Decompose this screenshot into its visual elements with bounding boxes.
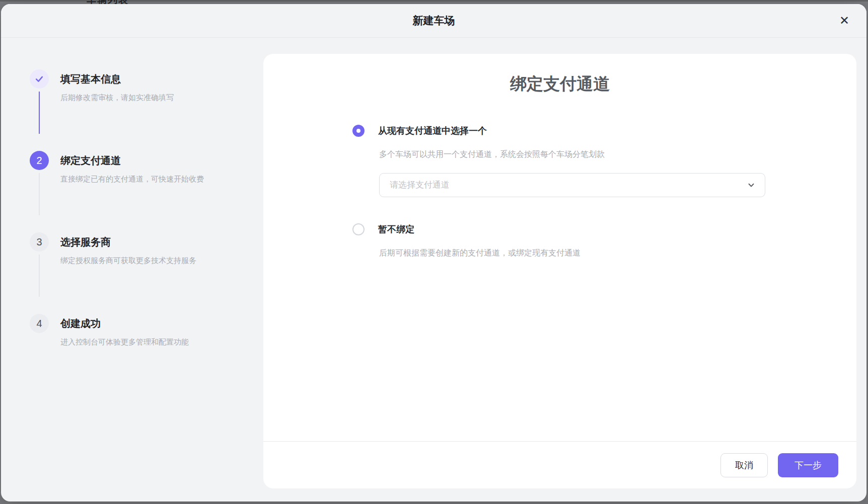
option-label[interactable]: 暂不绑定 — [378, 223, 414, 235]
step-subtitle: 进入控制台可体验更多管理和配置功能 — [60, 337, 189, 347]
step-title: 创建成功 — [60, 316, 189, 330]
step-connector — [39, 173, 40, 215]
step-subtitle: 直接绑定已有的支付通道，可快速开始收费 — [60, 174, 204, 184]
option-description: 多个车场可以共用一个支付通道，系统会按照每个车场分笔划款 — [379, 149, 856, 160]
step-connector — [39, 255, 40, 297]
option-no-bind-row[interactable]: 暂不绑定 — [352, 223, 856, 235]
step-bind-payment: 2 绑定支付通道 直接绑定已有的支付通道，可快速开始收费 — [30, 151, 246, 184]
payment-channel-select-input[interactable] — [380, 180, 747, 190]
step-subtitle: 绑定授权服务商可获取更多技术支持服务 — [60, 256, 196, 266]
bind-payment-panel: 绑定支付通道 从现有支付通道中选择一个 多个车场可以共用一个支付通道，系统会按照… — [263, 54, 856, 488]
payment-channel-select[interactable] — [379, 173, 765, 197]
step-connector — [39, 92, 40, 134]
new-parking-lot-dialog: 新建车场 ✕ 填写基本信息 后期修改需审核，请如实准确填写 2 绑定支付通道 — [1, 4, 866, 501]
dialog-footer: 取消 下一步 — [263, 441, 856, 488]
step-done-icon — [30, 69, 49, 89]
close-button[interactable]: ✕ — [835, 12, 853, 30]
payment-option-group: 从现有支付通道中选择一个 多个车场可以共用一个支付通道，系统会按照每个车场分笔划… — [352, 125, 856, 259]
step-title: 选择服务商 — [60, 235, 196, 249]
radio-no-bind[interactable] — [352, 223, 365, 235]
option-existing-channel-row[interactable]: 从现有支付通道中选择一个 — [352, 125, 856, 137]
wizard-stepper: 填写基本信息 后期修改需审核，请如实准确填写 2 绑定支付通道 直接绑定已有的支… — [30, 69, 246, 347]
step-number-badge: 4 — [30, 314, 49, 333]
step-number-badge: 2 — [30, 151, 49, 170]
close-icon: ✕ — [839, 14, 849, 27]
step-title: 填写基本信息 — [60, 72, 174, 86]
dialog-header: 新建车场 ✕ — [1, 4, 866, 38]
option-existing-channel: 从现有支付通道中选择一个 多个车场可以共用一个支付通道，系统会按照每个车场分笔划… — [352, 125, 856, 197]
dialog-title: 新建车场 — [413, 14, 455, 28]
step-subtitle: 后期修改需审核，请如实准确填写 — [60, 93, 174, 103]
chevron-down-icon — [747, 181, 756, 190]
panel-title: 绑定支付通道 — [263, 73, 856, 96]
step-created-success: 4 创建成功 进入控制台可体验更多管理和配置功能 — [30, 314, 246, 347]
option-label[interactable]: 从现有支付通道中选择一个 — [378, 125, 487, 137]
check-icon — [34, 74, 44, 84]
step-choose-provider: 3 选择服务商 绑定授权服务商可获取更多技术支持服务 — [30, 232, 246, 266]
radio-existing-channel[interactable] — [352, 125, 365, 137]
option-description: 后期可根据需要创建新的支付通道，或绑定现有支付通道 — [379, 248, 856, 259]
step-title: 绑定支付通道 — [60, 153, 204, 167]
cancel-button[interactable]: 取消 — [720, 453, 768, 477]
option-no-bind: 暂不绑定 后期可根据需要创建新的支付通道，或绑定现有支付通道 — [352, 223, 856, 259]
step-basic-info: 填写基本信息 后期修改需审核，请如实准确填写 — [30, 69, 246, 103]
next-step-button[interactable]: 下一步 — [778, 453, 838, 477]
step-number-badge: 3 — [30, 232, 49, 251]
